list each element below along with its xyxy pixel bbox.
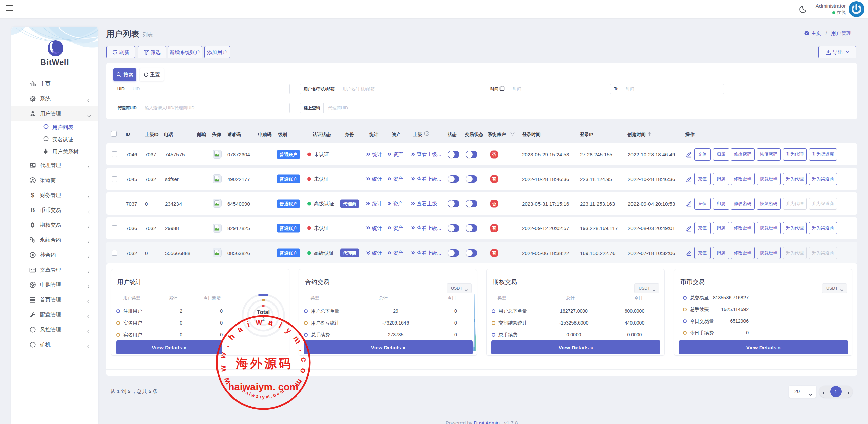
svg-text:haiwaiym.com: haiwaiym.com (241, 387, 286, 399)
svg-text:$: $ (31, 192, 34, 199)
svg-text:?: ? (426, 132, 428, 135)
svg-text:haiwaiym. com: haiwaiym. com (228, 382, 298, 392)
svg-text:2: 2 (262, 316, 265, 322)
svg-text:Total: Total (257, 309, 270, 315)
svg-text:B: B (31, 207, 35, 214)
